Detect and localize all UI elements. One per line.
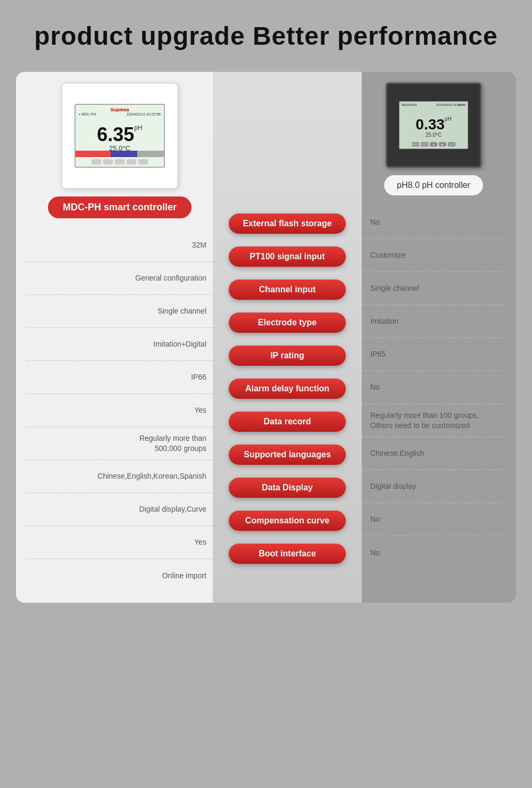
left-screen-date: 2024/02/12 10:23:56 (127, 112, 161, 116)
left-values: 32MGeneral configurationSingle channelIm… (27, 229, 213, 592)
left-row: Chinese,English,Korean,Spanish (27, 460, 213, 493)
feature-button: Supported languages (229, 445, 346, 465)
right-row: IP65 (362, 338, 505, 371)
left-feature-value: Imitation+Digital (153, 339, 206, 349)
left-feature-value: 32M (192, 240, 206, 250)
right-feature-value: No (370, 217, 380, 227)
left-btn-5 (138, 159, 148, 165)
left-btn-1 (92, 159, 101, 165)
feature-button: Data Display (229, 478, 346, 498)
feature-button: Data record (229, 412, 346, 432)
feature-row: External flash storage (213, 207, 362, 240)
left-row: IP66 (27, 361, 213, 394)
right-feature-value: No (370, 548, 380, 557)
feature-row: PT100 signal input (213, 240, 362, 273)
right-values: NoCustomizeSingle channelImitationIP65No… (362, 206, 505, 569)
right-feature-value: Imitation (370, 316, 398, 326)
feature-row: Data Display (213, 471, 362, 504)
right-feature-value: Chinese,English (370, 448, 424, 458)
right-panel: MEINDON 2022/06/03 19:00:00 WTC 0.33 pH … (362, 72, 516, 603)
left-screen-bar (76, 151, 164, 157)
right-ph-unit: pH (445, 116, 452, 122)
center-features: External flash storagePT100 signal input… (213, 207, 362, 570)
left-panel: Supmea ▪ MDC-PH 2024/02/12 10:23:56 6.35… (16, 72, 213, 603)
right-ph-value: 0.33 (415, 117, 445, 132)
right-screen-brand: MEINDON (402, 103, 417, 106)
feature-button: Alarm delay function (229, 379, 346, 399)
center-panel: External flash storagePT100 signal input… (213, 72, 362, 603)
right-btn-play: ▶ (439, 142, 446, 146)
right-row: No (362, 536, 505, 569)
right-device-image: MEINDON 2022/06/03 19:00:00 WTC 0.33 pH … (386, 83, 481, 168)
left-device-label: MDC-PH smart controller (48, 196, 192, 218)
left-feature-value: Chinese,English,Korean,Spanish (97, 471, 206, 481)
left-feature-value: IP66 (191, 372, 206, 382)
right-device: MEINDON 2022/06/03 19:00:00 WTC 0.33 pH … (362, 83, 505, 195)
left-row: Imitation+Digital (27, 328, 213, 361)
left-row: Online import (27, 559, 213, 592)
right-feature-value: Single channel (370, 283, 419, 293)
left-row: Regularly more than 500,000 groups (27, 427, 213, 460)
feature-button: IP rating (229, 346, 346, 366)
feature-button: Compensation curve (229, 511, 346, 531)
feature-button: Channel input (229, 280, 346, 300)
right-btn-up: ▲ (430, 142, 437, 146)
left-device-image: Supmea ▪ MDC-PH 2024/02/12 10:23:56 6.35… (61, 83, 178, 189)
left-screen-mode: ▪ MDC-PH (79, 112, 96, 116)
left-screen-buttons (92, 159, 148, 165)
right-row: Imitation (362, 305, 505, 338)
right-row: Digital display (362, 470, 505, 503)
feature-button: External flash storage (229, 214, 346, 234)
left-feature-value: Online import (162, 571, 206, 580)
feature-row: Supported languages (213, 438, 362, 471)
right-btn-esc: ESC (421, 142, 428, 146)
left-row: Yes (27, 394, 213, 427)
right-device-screen: MEINDON 2022/06/03 19:00:00 WTC 0.33 pH … (399, 101, 468, 149)
right-btn-ent: ENT (448, 142, 455, 146)
left-brand: Supmea (110, 107, 129, 112)
right-row: No (362, 371, 505, 404)
right-screen-buttons: MENU ESC ▲ ▶ ENT (412, 142, 455, 146)
feature-button: Boot interface (229, 544, 346, 564)
right-device-label: pH8.0 pH controller (384, 175, 483, 195)
right-feature-value: Digital display (370, 481, 416, 491)
left-feature-value: General configuration (135, 273, 206, 283)
right-screen-header: MEINDON 2022/06/03 19:00:00 (400, 103, 468, 106)
page-title: product upgrade Better performance (34, 21, 497, 51)
left-screen-header: ▪ MDC-PH 2024/02/12 10:23:56 (76, 112, 164, 116)
right-feature-value: No (370, 382, 380, 392)
feature-row: Compensation curve (213, 504, 362, 537)
left-row: 32M (27, 229, 213, 262)
feature-button: PT100 signal input (229, 247, 346, 267)
left-row: Yes (27, 526, 213, 559)
left-feature-value: Yes (194, 405, 206, 415)
right-feature-value: Customize (370, 250, 405, 260)
left-device: Supmea ▪ MDC-PH 2024/02/12 10:23:56 6.35… (27, 83, 213, 218)
left-row: Digital display,Curve (27, 493, 213, 526)
comparison-container: Supmea ▪ MDC-PH 2024/02/12 10:23:56 6.35… (16, 72, 516, 603)
feature-button: Electrode type (229, 313, 346, 333)
left-btn-2 (103, 159, 113, 165)
right-feature-value: IP65 (370, 349, 386, 359)
right-row: Regularly more than 100 groups, Others n… (362, 404, 505, 437)
left-btn-4 (127, 159, 136, 165)
left-ph-value: 6.35 (97, 125, 134, 144)
right-ph-row: 0.33 pH (415, 113, 451, 132)
right-feature-value: Regularly more than 100 groups, Others n… (370, 411, 479, 430)
feature-row: Channel input (213, 273, 362, 306)
feature-row: IP rating (213, 339, 362, 372)
left-feature-value: Single channel (157, 306, 206, 316)
left-feature-value: Digital display,Curve (139, 504, 206, 514)
left-ph-unit: pH (134, 124, 142, 132)
right-row: Single channel (362, 272, 505, 305)
right-screen-wtc: WTC (458, 103, 466, 106)
right-feature-value: No (370, 514, 380, 524)
left-row: General configuration (27, 262, 213, 295)
feature-row: Electrode type (213, 306, 362, 339)
right-row: No (362, 206, 505, 239)
feature-row: Alarm delay function (213, 372, 362, 405)
left-ph-row: 6.35 pH (97, 120, 142, 144)
left-feature-value: Regularly more than 500,000 groups (139, 433, 206, 453)
left-btn-3 (115, 159, 124, 165)
feature-row: Boot interface (213, 537, 362, 570)
